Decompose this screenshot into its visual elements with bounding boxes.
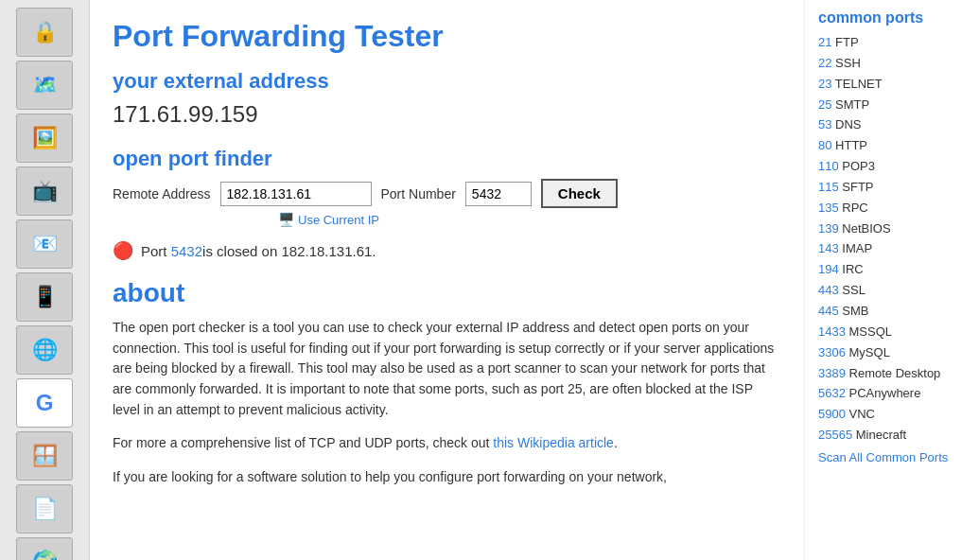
port-number-link[interactable]: 5632 <box>818 386 846 400</box>
sidebar-icon-globe[interactable]: 🌐 <box>16 325 73 375</box>
port-status-text-prefix: Port <box>141 243 171 259</box>
port-number-link[interactable]: 139 <box>818 221 839 236</box>
use-current-link[interactable]: Use Current IP <box>298 213 379 227</box>
port-number-link[interactable]: 3306 <box>818 345 846 359</box>
port-list-item: 194 IRC <box>818 261 966 279</box>
about-paragraph-1: The open port checker is a tool you can … <box>113 318 781 420</box>
scan-all-link[interactable]: Scan All Common Ports <box>818 450 966 464</box>
port-list-item: 135 RPC <box>818 200 966 218</box>
port-list-item: 443 SSL <box>818 282 966 300</box>
port-list-item: 445 SMB <box>818 303 966 321</box>
port-list-item: 115 SFTP <box>818 179 966 197</box>
port-finder-heading: open port finder <box>113 147 781 171</box>
port-list-item: 5900 VNC <box>818 406 966 424</box>
port-list-item: 143 IMAP <box>818 240 966 258</box>
port-list-item: 80 HTTP <box>818 137 966 155</box>
port-list-item: 3389 Remote Desktop <box>818 365 966 383</box>
port-number-link[interactable]: 1433 <box>818 324 846 339</box>
port-number-link[interactable]: 110 <box>818 159 839 173</box>
sidebar-icon-lock[interactable]: 🔒 <box>16 8 73 57</box>
sidebar-icon-tv[interactable]: 📺 <box>16 166 73 216</box>
port-number-input[interactable] <box>465 182 532 206</box>
port-list-item: 53 DNS <box>818 116 966 134</box>
right-sidebar: common ports 21 FTP22 SSH23 TELNET25 SMT… <box>804 0 979 560</box>
port-list-item: 22 SSH <box>818 55 966 73</box>
wikipedia-link[interactable]: this Wikipedia article <box>493 435 614 450</box>
port-number-link[interactable]: 115 <box>818 180 839 194</box>
use-current-icon: 🖥️ <box>278 212 294 227</box>
port-number-link[interactable]: 135 <box>818 201 839 215</box>
about-heading: about <box>113 278 781 308</box>
port-list-item: 5632 PCAnywhere <box>818 385 966 403</box>
about-paragraph-2: For more a comprehensive list of TCP and… <box>113 433 781 454</box>
port-list-item: 110 POP3 <box>818 158 966 176</box>
port-status-number[interactable]: 5432 <box>171 243 202 259</box>
about-section: about The open port checker is a tool yo… <box>113 278 781 488</box>
sidebar-icon-email[interactable]: 📧 <box>16 219 73 269</box>
port-number-link[interactable]: 3389 <box>818 366 846 380</box>
port-status-icon: 🔴 <box>113 240 133 261</box>
about-paragraph-3: If you are looking for a software soluti… <box>113 467 781 488</box>
port-number-link[interactable]: 23 <box>818 77 831 91</box>
external-address-section: your external address 171.61.99.159 <box>113 69 781 128</box>
port-finder-section: open port finder Remote Address Port Num… <box>113 147 781 261</box>
left-sidebar: 🔒 🗺️ 🖼️ 📺 📧 📱 🌐 G 🪟 📄 🌍 <box>0 0 90 560</box>
port-number-link[interactable]: 25 <box>818 97 831 112</box>
external-ip-value: 171.61.99.159 <box>113 101 781 128</box>
sidebar-icon-image[interactable]: 🖼️ <box>16 114 73 163</box>
external-address-heading: your external address <box>113 69 781 94</box>
port-number-link[interactable]: 194 <box>818 262 839 276</box>
common-ports-heading: common ports <box>818 9 966 26</box>
remote-address-label: Remote Address <box>113 186 211 201</box>
sidebar-icon-windows[interactable]: 🪟 <box>16 431 73 481</box>
port-number-link[interactable]: 5900 <box>818 407 846 421</box>
page-title: Port Forwarding Tester <box>113 19 781 54</box>
check-button[interactable]: Check <box>541 179 618 208</box>
port-list-item: 23 TELNET <box>818 76 966 94</box>
sidebar-icon-document[interactable]: 📄 <box>16 484 73 534</box>
port-number-link[interactable]: 53 <box>818 117 831 131</box>
port-finder-row: Remote Address Port Number Check <box>113 179 781 208</box>
port-number-link[interactable]: 445 <box>818 304 839 318</box>
port-list-item: 25565 Minecraft <box>818 427 966 445</box>
port-list-item: 1433 MSSQL <box>818 324 966 341</box>
port-list-item: 21 FTP <box>818 34 966 52</box>
port-number-link[interactable]: 22 <box>818 56 831 70</box>
sidebar-icon-phone[interactable]: 📱 <box>16 272 73 322</box>
port-number-link[interactable]: 143 <box>818 241 839 255</box>
sidebar-icon-map[interactable]: 🗺️ <box>16 61 73 110</box>
port-number-link[interactable]: 21 <box>818 35 831 49</box>
port-list-item: 3306 MySQL <box>818 344 966 362</box>
sidebar-icon-g[interactable]: G <box>16 378 73 428</box>
port-number-link[interactable]: 25565 <box>818 428 852 442</box>
port-list-item: 139 NetBIOS <box>818 220 966 238</box>
sidebar-icon-world[interactable]: 🌍 <box>16 537 73 560</box>
port-number-link[interactable]: 443 <box>818 283 839 297</box>
port-status: 🔴 Port 5432 is closed on 182.18.131.61. <box>113 240 781 261</box>
port-number-label: Port Number <box>381 186 456 201</box>
port-number-link[interactable]: 80 <box>818 138 831 152</box>
use-current-row: 🖥️ Use Current IP <box>278 212 781 227</box>
main-content: Port Forwarding Tester your external add… <box>90 0 804 560</box>
port-list-item: 25 SMTP <box>818 96 966 114</box>
port-status-message: is closed on 182.18.131.61. <box>202 243 376 259</box>
remote-address-input[interactable] <box>220 182 372 206</box>
port-list: 21 FTP22 SSH23 TELNET25 SMTP53 DNS80 HTT… <box>818 34 966 445</box>
